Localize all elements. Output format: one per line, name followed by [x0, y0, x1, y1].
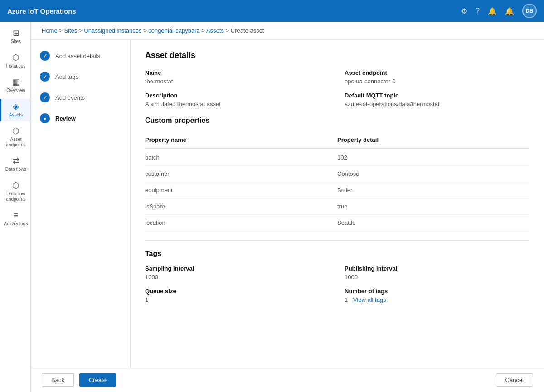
breadcrumb-congenial-capybara[interactable]: congenial-capybara	[148, 27, 199, 34]
back-button[interactable]: Back	[42, 373, 74, 387]
field-description-label: Description	[145, 92, 330, 99]
sidebar-label-instances: Instances	[6, 63, 26, 69]
wizard-step-label-add-tags: Add tags	[55, 73, 78, 80]
number-of-tags-value: 1 View all tags	[345, 296, 529, 303]
footer: Back Create Cancel	[31, 368, 544, 392]
prop-val-customer: Contoso	[337, 170, 529, 177]
field-queue-size: Queue size 1	[145, 288, 330, 303]
prop-val-equipment: Boiler	[337, 187, 529, 194]
sidebar-label-sites: Sites	[11, 39, 21, 44]
data-flow-endpoints-icon: ⬡	[12, 181, 19, 189]
help-icon[interactable]: ?	[476, 7, 480, 15]
prop-val-batch: 102	[337, 154, 529, 161]
wizard-step-label-add-events: Add events	[55, 94, 85, 101]
asset-endpoints-icon: ⬡	[12, 127, 19, 135]
asset-details-title: Asset details	[145, 51, 529, 60]
field-description-value: A simulated thermostat asset	[145, 101, 330, 107]
wizard-layout: Add asset details Add tags Add events	[31, 40, 544, 368]
breadcrumb-home[interactable]: Home	[42, 27, 58, 34]
breadcrumb: Home > Sites > Unassigned instances > co…	[31, 22, 544, 40]
dot-icon: ●	[44, 116, 46, 121]
sidebar-item-data-flow-endpoints[interactable]: ⬡ Data flow endpoints	[0, 178, 30, 206]
breadcrumb-assets[interactable]: Assets	[206, 27, 224, 34]
sidebar-item-instances[interactable]: ⬡ Instances	[0, 50, 30, 73]
queue-size-label: Queue size	[145, 288, 330, 295]
breadcrumb-unassigned-instances[interactable]: Unassigned instances	[84, 27, 141, 34]
wizard-step-label-add-asset-details: Add asset details	[55, 53, 100, 59]
cancel-button[interactable]: Cancel	[496, 373, 533, 387]
sidebar-label-data-flow-endpoints: Data flow endpoints	[3, 191, 29, 202]
topnav-icons: ⚙ ? 🔔 🔔 DB	[461, 4, 537, 18]
wizard-step-label-review: Review	[55, 115, 76, 122]
field-name-label: Name	[145, 69, 330, 76]
wizard-step-icon-add-tags	[40, 72, 50, 82]
prop-key-batch: batch	[145, 154, 337, 161]
wizard-step-add-events[interactable]: Add events	[40, 92, 121, 102]
overview-icon: ▦	[12, 78, 20, 86]
instances-icon: ⬡	[12, 53, 19, 62]
prop-val-isspare: true	[337, 203, 529, 210]
field-publishing-interval: Publishing interval 1000	[345, 265, 529, 281]
prop-key-customer: customer	[145, 170, 337, 177]
publishing-interval-value: 1000	[345, 274, 529, 281]
data-flows-icon: ⇄	[13, 157, 19, 165]
checkmark-icon-2	[43, 73, 48, 80]
tags-count: 1	[345, 296, 348, 303]
create-button[interactable]: Create	[79, 373, 116, 387]
notification-icon[interactable]: 🔔	[505, 7, 514, 15]
prop-key-isspare: isSpare	[145, 203, 337, 210]
sidebar-item-activity-logs[interactable]: ≡ Activity logs	[0, 208, 30, 230]
prop-val-location: Seattle	[337, 219, 529, 226]
main-layout: ⊞ Sites ⬡ Instances ▦ Overview ◈ Assets …	[0, 22, 544, 392]
prop-row-equipment: equipment Boiler	[145, 182, 529, 198]
wizard-step-icon-add-events	[40, 92, 50, 102]
field-default-mqtt-topic-value: azure-iot-operations/data/thermostat	[345, 101, 529, 107]
sidebar-item-assets[interactable]: ◈ Assets	[0, 99, 30, 121]
sidebar: ⊞ Sites ⬡ Instances ▦ Overview ◈ Assets …	[0, 22, 31, 392]
field-sampling-interval: Sampling interval 1000	[145, 265, 330, 281]
sidebar-label-overview: Overview	[6, 88, 25, 93]
breadcrumb-current: Create asset	[231, 27, 264, 34]
field-default-mqtt-topic: Default MQTT topic azure-iot-operations/…	[345, 92, 529, 107]
wizard-steps: Add asset details Add tags Add events	[31, 40, 131, 368]
wizard-step-add-asset-details[interactable]: Add asset details	[40, 51, 121, 61]
prop-row-isspare: isSpare true	[145, 198, 529, 215]
publishing-interval-label: Publishing interval	[345, 265, 529, 272]
field-asset-endpoint-value: opc-ua-connector-0	[345, 78, 529, 85]
wizard-step-icon-add-asset-details	[40, 51, 50, 61]
tags-section: Sampling interval 1000 Publishing interv…	[145, 265, 529, 303]
sidebar-label-asset-endpoints: Asset endpoints	[3, 137, 29, 148]
prop-row-location: location Seattle	[145, 215, 529, 231]
topnav: Azure IoT Operations ⚙ ? 🔔 🔔 DB	[0, 0, 544, 22]
prop-row-customer: customer Contoso	[145, 166, 529, 182]
custom-properties-title: Custom properties	[145, 116, 529, 125]
feedback-icon[interactable]: 🔔	[488, 7, 497, 15]
prop-key-equipment: equipment	[145, 187, 337, 194]
sidebar-item-sites[interactable]: ⊞ Sites	[0, 25, 30, 48]
sampling-interval-value: 1000	[145, 274, 330, 281]
section-divider	[145, 240, 529, 241]
user-avatar[interactable]: DB	[522, 4, 537, 18]
prop-header-detail: Property detail	[337, 136, 529, 143]
field-number-of-tags: Number of tags 1 View all tags	[345, 288, 529, 303]
content-area: Home > Sites > Unassigned instances > co…	[31, 22, 544, 392]
queue-size-value: 1	[145, 296, 330, 303]
asset-details-grid: Name thermostat Asset endpoint opc-ua-co…	[145, 69, 529, 107]
assets-icon: ◈	[13, 102, 19, 111]
settings-icon[interactable]: ⚙	[461, 7, 467, 15]
view-all-tags-link[interactable]: View all tags	[353, 296, 386, 303]
wizard-step-add-tags[interactable]: Add tags	[40, 72, 121, 82]
sidebar-item-overview[interactable]: ▦ Overview	[0, 74, 30, 97]
field-default-mqtt-topic-label: Default MQTT topic	[345, 92, 529, 99]
breadcrumb-sites[interactable]: Sites	[64, 27, 78, 34]
sidebar-item-asset-endpoints[interactable]: ⬡ Asset endpoints	[0, 123, 30, 151]
sites-icon: ⊞	[13, 29, 19, 37]
sidebar-label-activity-logs: Activity logs	[4, 221, 28, 227]
tags-field-grid: Sampling interval 1000 Publishing interv…	[145, 265, 529, 303]
prop-key-location: location	[145, 219, 337, 226]
sidebar-item-data-flows[interactable]: ⇄ Data flows	[0, 153, 30, 176]
checkmark-icon-3	[43, 94, 48, 101]
app-title: Azure IoT Operations	[7, 7, 456, 15]
wizard-step-review[interactable]: ● Review	[40, 113, 121, 123]
custom-properties-table: Property name Property detail batch 102 …	[145, 132, 529, 231]
